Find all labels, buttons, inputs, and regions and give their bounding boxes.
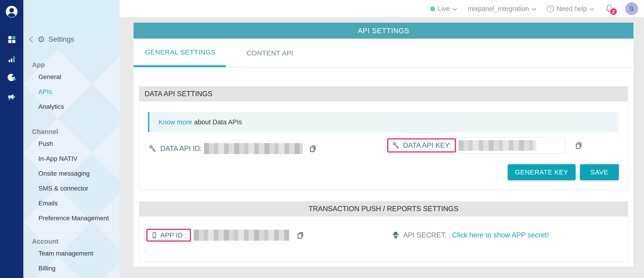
know-more-text: about Data APIs [194,118,242,126]
sidebar-item-push[interactable]: Push [38,136,120,151]
api-settings-panel: API SETTINGS GENERAL SETTINGS CONTENT AP… [134,23,634,266]
key-icon [148,144,157,153]
data-api-actions: GENERATE KEY SAVE [508,164,619,180]
sidebar-item-analytics[interactable]: Analytics [38,99,120,114]
app-id-value-redacted [194,230,289,241]
data-api-id-row: DATA API ID: [148,142,317,155]
screen: ⚙ Settings App General APIs Analytics Ch… [0,0,644,278]
app-id-row: APP ID : [146,228,304,242]
transaction-settings-section: TRANSACTION PUSH / REPORTS SETTINGS APP … [139,201,628,262]
know-more-infobox: Know more about Data APIs [148,112,618,132]
sidebar-header: ⚙ Settings [23,0,120,50]
sidebar-item-billing[interactable]: Billing [38,261,120,276]
netcore-logo-icon[interactable] [5,5,18,19]
avatar[interactable]: S [625,2,638,15]
sidebar-item-inapp-nativ[interactable]: In-App NATIV [38,151,120,166]
data-api-key-group: DATA API KEY: [387,138,583,153]
sidebar-item-team-management[interactable]: Team management [38,246,120,261]
sidebar-section-label: App [32,60,120,69]
api-secret-row: API SECRET: Click here to show APP secre… [391,228,549,242]
notification-badge: 2 [610,8,618,16]
chevron-down-icon [590,5,594,13]
project-dropdown[interactable]: mixpanel_integration [468,5,536,13]
chevron-down-icon [532,5,536,13]
sidebar-section-account: Account Team management Billing [23,233,120,278]
sidebar-section-label: Account [32,237,120,246]
segments-pie-icon[interactable] [7,73,16,83]
help-menu[interactable]: ? Need help [547,5,594,13]
sidebar-item-emails[interactable]: Emails [38,196,120,211]
data-api-id-label: DATA API ID: [160,144,202,153]
help-label: Need help [557,5,587,13]
settings-sidebar: ⚙ Settings App General APIs Analytics Ch… [23,0,120,278]
sidebar-item-onsite-messaging[interactable]: Onsite messaging [38,166,120,181]
tab-bar: GENERAL SETTINGS CONTENT API [134,39,634,68]
tab-general-settings[interactable]: GENERAL SETTINGS [134,39,226,67]
sidebar-item-general[interactable]: General [38,69,120,84]
environment-dropdown[interactable]: Live [430,5,457,13]
copy-icon[interactable] [308,144,317,153]
generate-key-button[interactable]: GENERATE KEY [508,164,576,180]
project-name: mixpanel_integration [468,5,529,13]
save-button[interactable]: SAVE [580,164,619,180]
back-chevron-icon[interactable] [28,36,34,43]
page-title: API SETTINGS [134,23,634,39]
help-question-icon: ? [547,5,554,12]
api-secret-label: API SECRET: [403,231,447,239]
data-api-key-annotation-box: DATA API KEY: [387,138,456,152]
live-status-dot [430,7,435,11]
sidebar-section-app: App General APIs Analytics [23,50,120,118]
chevron-down-icon [452,5,457,13]
app-id-annotation-box: APP ID : [146,229,191,241]
topbar: Live mixpanel_integration ? Need help [120,0,644,18]
dashboard-grid-icon[interactable] [7,35,16,45]
key-icon [392,141,400,150]
live-label: Live [438,5,450,13]
campaigns-megaphone-icon[interactable] [7,93,16,102]
show-app-secret-link[interactable]: Click here to show APP secret! [452,231,549,239]
copy-icon[interactable] [574,141,583,150]
section-title-transaction: TRANSACTION PUSH / REPORTS SETTINGS [139,201,628,216]
analytics-bars-icon[interactable] [8,55,16,64]
sidebar-section-channel: Channel Push In-App NATIV Onsite messagi… [23,118,120,233]
section-title-data-api: DATA API SETTINGS [139,86,628,101]
left-rail [0,0,23,278]
data-api-key-input[interactable] [454,137,566,154]
sidebar-title: Settings [48,35,74,44]
sidebar-item-sms-connector[interactable]: SMS & connector [38,181,120,196]
data-api-id-value-redacted [204,143,303,154]
sidebar-item-preference-management[interactable]: Preference Management [38,211,120,225]
sidebar-section-label: Channel [32,127,120,136]
data-api-key-label: DATA API KEY: [403,141,451,150]
sidebar-item-apis[interactable]: APIs [38,84,120,99]
know-more-link[interactable]: Know more [158,118,192,126]
spy-secret-icon [391,231,400,239]
data-api-settings-section: DATA API SETTINGS Know more about Data A… [139,86,628,190]
tab-content-api[interactable]: CONTENT API [236,39,304,67]
app-id-label: APP ID : [160,231,186,239]
notifications-button[interactable]: 2 [605,3,615,14]
gear-icon: ⚙ [38,35,45,44]
copy-icon[interactable] [296,231,304,239]
phone-icon [151,231,158,239]
data-api-key-value-redacted [458,140,536,151]
